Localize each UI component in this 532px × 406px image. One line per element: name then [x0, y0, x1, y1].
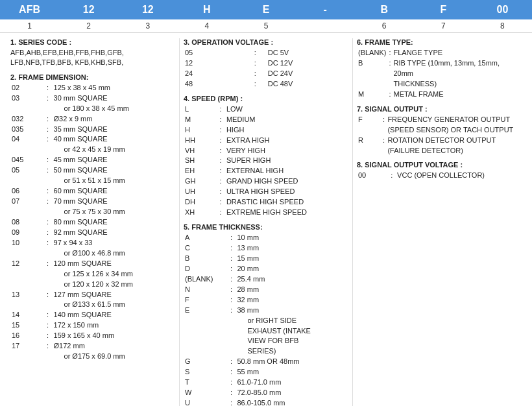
sub-6: 6: [355, 21, 414, 31]
row-code: 24: [184, 69, 253, 79]
row-colon: :: [229, 295, 236, 305]
row-desc: 70 mm SQUARE: [53, 197, 175, 207]
row-desc: 86.0-105.0 mm: [236, 398, 349, 406]
row-code: A: [184, 233, 229, 243]
row-desc: or 42 x 45 x 19 mm: [53, 145, 175, 155]
row-colon: :: [218, 208, 224, 218]
row-desc: EXTERNAL HIGH: [225, 166, 348, 176]
row-colon: :: [229, 285, 236, 295]
row-desc: ULTRA HIGH SPEED: [225, 187, 348, 197]
row-colon: :: [229, 388, 236, 398]
row-colon: :: [218, 115, 224, 125]
table-row: 07:70 mm SQUARE: [10, 197, 175, 207]
main-content: 1. SERIES CODE : AFB,AHB,EFB,EHB,FFB,FHB…: [0, 33, 532, 406]
row-desc: 172 x 150 mm: [53, 320, 175, 331]
row-desc: or RIGHT SIDE: [236, 316, 349, 326]
row-desc: 10 mm: [236, 233, 349, 243]
row-colon: :: [45, 310, 53, 320]
table-row: L:LOW: [184, 104, 348, 115]
row-code: [10, 104, 45, 114]
header-h: H: [177, 3, 236, 17]
table-row: 10:97 x 94 x 33: [10, 238, 175, 248]
row-colon: :: [253, 69, 267, 79]
row-code: R: [357, 136, 381, 156]
row-colon: :: [387, 48, 392, 58]
row-desc: 61.0-71.0 mm: [236, 377, 349, 388]
row-code: 13: [10, 290, 45, 300]
row-desc: 20 mm: [236, 264, 349, 274]
row-code: 03: [10, 93, 45, 104]
table-row: 032:Ø32 x 9 mm: [10, 114, 175, 125]
row-colon: :: [218, 136, 224, 146]
row-colon: :: [45, 197, 53, 207]
row-colon: :: [45, 134, 53, 145]
row-desc: Ø32 x 9 mm: [53, 114, 175, 125]
row-code: 14: [10, 310, 45, 320]
section4-table: L:LOWM:MEDIUMH:HIGHHH:EXTRA HIGHVH:VERY …: [184, 104, 348, 218]
row-colon: :: [229, 357, 236, 367]
row-desc: DC 12V: [267, 58, 348, 69]
row-code: 045: [10, 155, 45, 165]
table-row: M:MEDIUM: [184, 115, 348, 125]
row-colon: [45, 104, 53, 114]
section7-table: F:FREQUENCY GENERATOR OUTPUT(SPEED SENSO…: [357, 115, 522, 156]
row-desc: EXTREME HIGH SPEED: [225, 208, 348, 218]
row-colon: :: [229, 264, 236, 274]
table-row: or 125 x 126 x 34 mm: [10, 269, 175, 280]
row-code: [184, 326, 229, 337]
row-desc: Ø172 mm: [53, 341, 175, 352]
sub-7: 7: [414, 21, 473, 31]
table-row: 02:125 x 38 x 45 mm: [10, 83, 175, 93]
table-row: 12:120 mm SQUARE: [10, 259, 175, 269]
section6-table: (BLANK):FLANGE TYPEB:RIB TYPE (10mm, 13m…: [357, 48, 522, 100]
header-b: B: [355, 3, 414, 17]
row-colon: :: [229, 254, 236, 264]
table-row: 15:172 x 150 mm: [10, 320, 175, 331]
row-colon: :: [218, 125, 224, 136]
row-code: 15: [10, 320, 45, 331]
row-code: 12: [10, 259, 45, 269]
table-row: 16:159 x 165 x 40 mm: [10, 331, 175, 341]
row-colon: :: [218, 156, 224, 166]
table-row: B:RIB TYPE (10mm, 13mm, 15mm, 20mmTHICKN…: [357, 58, 522, 90]
row-colon: :: [253, 58, 267, 69]
row-code: B: [357, 58, 387, 90]
row-desc: or Ø175 x 69.0 mm: [53, 352, 175, 362]
row-code: [184, 316, 229, 326]
row-desc: or 51 x 51 x 15 mm: [53, 176, 175, 186]
row-code: [184, 346, 229, 357]
row-code: G: [184, 357, 229, 367]
row-colon: [229, 326, 236, 337]
row-colon: :: [389, 171, 396, 181]
row-code: S: [184, 367, 229, 377]
row-colon: :: [45, 165, 53, 176]
row-colon: :: [229, 243, 236, 254]
row-code: M: [184, 115, 218, 125]
row-code: [10, 269, 45, 280]
sub-1: 1: [0, 21, 59, 31]
row-colon: [45, 269, 53, 280]
section8-title: 8. SIGNAL OUTPUT VOLTAGE :: [357, 161, 522, 169]
section6-title: 6. FRAME TYPE:: [357, 38, 522, 46]
row-desc: DRASTIC HIGH SPEED: [225, 197, 348, 208]
row-desc: 50.8 mm OR 48mm: [236, 357, 349, 367]
row-code: 035: [10, 125, 45, 135]
table-row: 00:VCC (OPEN COLLECTOR): [357, 171, 522, 181]
row-desc: EXHAUST (INTAKE: [236, 326, 349, 337]
row-desc: or 120 x 120 x 32 mm: [53, 280, 175, 290]
row-desc: or Ø100 x 46.8 mm: [53, 248, 175, 259]
table-row: (BLANK):25.4 mm: [184, 274, 348, 285]
table-row: 09:92 mm SQUARE: [10, 228, 175, 238]
row-desc: 32 mm: [236, 295, 349, 305]
section1-title: 1. SERIES CODE :: [10, 38, 175, 46]
row-desc: DC 5V: [267, 48, 348, 58]
header-e: E: [236, 3, 295, 17]
row-colon: :: [45, 320, 53, 331]
row-colon: [45, 352, 53, 362]
table-row: T:61.0-71.0 mm: [184, 377, 348, 388]
row-desc: 50 mm SQUARE: [53, 165, 175, 176]
section7-title: 7. SIGNAL OUTPUT :: [357, 105, 522, 113]
row-code: [10, 176, 45, 186]
table-row: H:HIGH: [184, 125, 348, 136]
row-code: [10, 207, 45, 217]
